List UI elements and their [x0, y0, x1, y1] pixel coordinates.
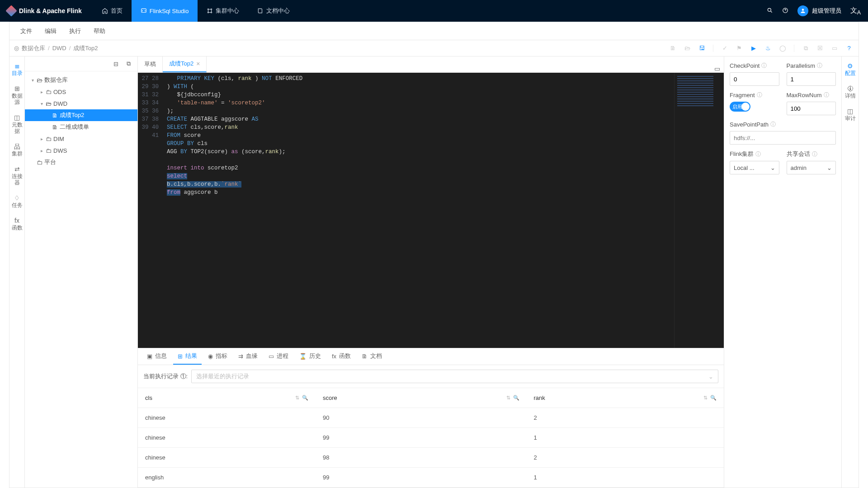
- crumb-mid[interactable]: DWD: [52, 45, 66, 52]
- btab-doc[interactable]: 🗎文档: [357, 348, 387, 365]
- table-row: chinese902: [138, 408, 724, 428]
- copy-icon[interactable]: ⧉: [801, 43, 811, 53]
- rail-metadata[interactable]: ◫元数据: [10, 112, 24, 137]
- svg-point-5: [768, 8, 771, 11]
- nav-home[interactable]: 首页: [93, 0, 132, 22]
- sort-icon[interactable]: ⇅: [506, 395, 510, 401]
- btab-funcs[interactable]: fx函数: [327, 348, 355, 365]
- btab-metric[interactable]: ◉指标: [203, 348, 232, 365]
- rail-source[interactable]: ⊞数据源: [10, 83, 24, 108]
- breadcrumb: ◎ 数据仓库 / DWD / 成绩Top2: [14, 44, 98, 52]
- code-area[interactable]: PRIMARY KEY (cls, rank ) NOT ENFORCED ) …: [165, 75, 674, 346]
- cfg-maxrow-label: MaxRowNumⓘ: [787, 91, 836, 99]
- cfg-checkpoint-label: CheckPointⓘ: [730, 62, 779, 70]
- tree-node-ods[interactable]: ▸🗀ODS: [25, 86, 137, 98]
- file-tree: ▾🗁数据仓库 ▸🗀ODS ▾🗁DWD 🗎成绩Top2 🗎二维成绩单 ▸🗀DIM …: [25, 71, 137, 171]
- new-file-icon[interactable]: 🗎: [668, 43, 678, 53]
- rail-detail[interactable]: 🛈详情: [843, 83, 858, 102]
- tree-panel: ⊟ ⧉ ▾🗁数据仓库 ▸🗀ODS ▾🗁DWD 🗎成绩Top2 🗎二维成绩单 ▸🗀…: [25, 56, 138, 488]
- rail-connector[interactable]: ⇄连接器: [10, 163, 24, 188]
- open-folder-icon[interactable]: 🗁: [682, 43, 692, 53]
- sort-icon[interactable]: ⇅: [703, 395, 708, 401]
- copy-tree-icon[interactable]: ⧉: [124, 59, 133, 68]
- rail-func[interactable]: fx函数: [10, 215, 24, 234]
- menu-run[interactable]: 执行: [64, 24, 86, 38]
- brand: Dlink & Apache Flink: [7, 7, 82, 15]
- stop-icon[interactable]: ◯: [778, 43, 788, 53]
- crumb-root[interactable]: 数据仓库: [22, 44, 45, 52]
- code-icon: [141, 8, 147, 14]
- rail-catalog[interactable]: ≣目录: [10, 60, 24, 79]
- collapse-all-icon[interactable]: ⊟: [111, 59, 120, 68]
- sort-icon[interactable]: ⇅: [295, 395, 299, 401]
- record-select[interactable]: 选择最近的执行记录 ⌄: [191, 370, 718, 383]
- cfg-flink-select[interactable]: Local ...⌄: [730, 161, 779, 174]
- search-icon[interactable]: [767, 7, 773, 15]
- cfg-session-label: 共享会话ⓘ: [787, 150, 836, 158]
- tab-draft[interactable]: 草稿: [138, 56, 163, 72]
- save-icon[interactable]: 🖫: [697, 43, 707, 53]
- tree-node-platform[interactable]: 🗀平台: [25, 156, 137, 168]
- rail-cluster[interactable]: 品集群: [10, 141, 24, 160]
- tab-active[interactable]: 成绩Top2×: [163, 56, 207, 72]
- minimap[interactable]: [674, 73, 724, 348]
- rail-audit[interactable]: ◫审计: [843, 105, 858, 124]
- rail-task[interactable]: ♢任务: [10, 192, 24, 211]
- cfg-flink-label: Flink集群ⓘ: [730, 150, 779, 158]
- btab-process[interactable]: ▭进程: [264, 348, 293, 365]
- menu-file[interactable]: 文件: [15, 24, 38, 38]
- cfg-checkpoint-input[interactable]: [730, 72, 779, 86]
- cfg-savepoint-input[interactable]: [730, 131, 836, 145]
- help-icon[interactable]: [782, 7, 788, 15]
- run-icon[interactable]: ▶: [749, 43, 759, 53]
- btab-info[interactable]: ▣信息: [142, 348, 171, 365]
- cfg-parallelism-input[interactable]: [787, 72, 836, 86]
- rail-config[interactable]: ⚙配置: [843, 60, 858, 79]
- tree-node-trans[interactable]: 🗎二维成绩单: [25, 121, 137, 133]
- cfg-maxrow-input[interactable]: [787, 102, 836, 115]
- layout-icon[interactable]: ▭: [830, 43, 840, 53]
- svg-point-7: [802, 9, 804, 11]
- btab-result[interactable]: ⊞结果: [173, 348, 202, 365]
- home-icon: [102, 8, 108, 14]
- question-icon[interactable]: ?: [844, 43, 854, 53]
- right-rail: ⚙配置 🛈详情 ◫审计: [841, 56, 859, 488]
- clear-icon[interactable]: ☒: [815, 43, 825, 53]
- tree-node-dws[interactable]: ▸🗀DWS: [25, 145, 137, 156]
- avatar: [797, 5, 808, 16]
- filter-icon[interactable]: 🔍: [302, 395, 308, 401]
- tree-node-top2[interactable]: 🗎成绩Top2: [25, 109, 137, 121]
- filter-icon[interactable]: 🔍: [513, 395, 519, 401]
- svg-point-2: [211, 9, 212, 9]
- close-icon[interactable]: ×: [196, 60, 200, 67]
- tree-node-root[interactable]: ▾🗁数据仓库: [25, 74, 137, 86]
- menu-edit[interactable]: 编辑: [39, 24, 62, 38]
- user-chip[interactable]: 超级管理员: [797, 5, 841, 16]
- flag-icon[interactable]: ⚑: [734, 43, 744, 53]
- nav-docs[interactable]: 文档中心: [248, 0, 299, 22]
- btab-lineage[interactable]: ⇉血缘: [234, 348, 262, 365]
- tree-node-dwd[interactable]: ▾🗁DWD: [25, 98, 137, 109]
- col-rank[interactable]: rank⇅🔍: [527, 388, 724, 408]
- col-score[interactable]: score⇅🔍: [316, 388, 527, 408]
- aim-icon: ◎: [14, 45, 19, 52]
- filter-icon[interactable]: 🔍: [710, 395, 717, 401]
- nav-studio[interactable]: FlinkSql Studio: [132, 0, 198, 22]
- editor[interactable]: 27 28 29 30 31 32 33 34 35 36 37 38 39 4…: [138, 73, 724, 348]
- table-row: english991: [138, 468, 724, 488]
- btab-history[interactable]: ⌛历史: [295, 348, 326, 365]
- svg-point-3: [208, 12, 209, 13]
- table-row: chinese991: [138, 428, 724, 448]
- nav-cluster[interactable]: 集群中心: [198, 0, 248, 22]
- book-icon: [257, 8, 264, 14]
- flame-icon[interactable]: ♨: [763, 43, 773, 53]
- cfg-fragment-toggle[interactable]: 启用: [730, 102, 750, 112]
- breadcrumb-bar: ◎ 数据仓库 / DWD / 成绩Top2 🗎 🗁 🖫 ✓ ⚑ ▶ ♨ ◯ ⧉ …: [9, 40, 859, 56]
- language-icon[interactable]: 文A: [850, 6, 861, 16]
- collapse-editor-icon[interactable]: ▭: [714, 65, 720, 72]
- tree-node-dim[interactable]: ▸🗀DIM: [25, 133, 137, 145]
- col-cls[interactable]: cls⇅🔍: [138, 388, 316, 408]
- cfg-session-select[interactable]: admin⌄: [787, 161, 836, 174]
- menu-help[interactable]: 帮助: [88, 24, 111, 38]
- check-icon[interactable]: ✓: [720, 43, 730, 53]
